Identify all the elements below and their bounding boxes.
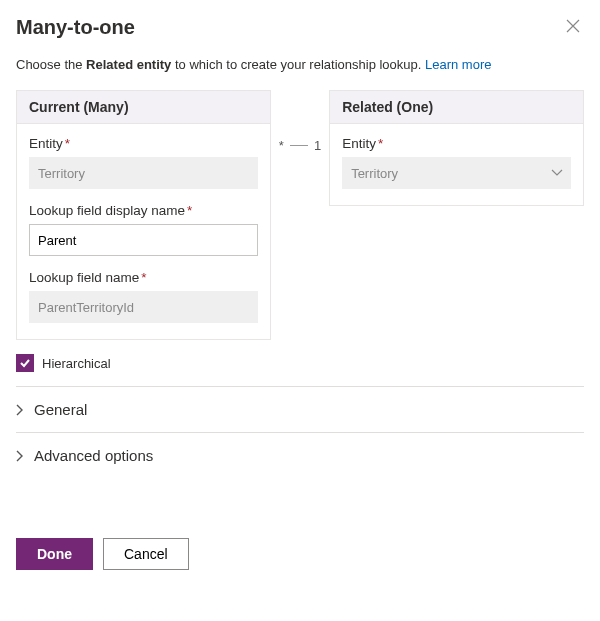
lookup-display-label: Lookup field display name* <box>29 203 258 218</box>
connector-line <box>290 145 308 146</box>
connector-many: * <box>279 138 284 153</box>
page-title: Many-to-one <box>16 16 135 39</box>
close-icon <box>566 19 580 33</box>
cancel-button[interactable]: Cancel <box>103 538 189 570</box>
chevron-right-icon <box>16 404 24 416</box>
related-entity-label: Entity* <box>342 136 571 151</box>
subtitle-bold: Related entity <box>86 57 171 72</box>
related-panel-title: Related (One) <box>330 91 583 124</box>
related-panel: Related (One) Entity* Territory <box>329 90 584 206</box>
related-entity-select[interactable]: Territory <box>342 157 571 189</box>
hierarchical-label: Hierarchical <box>42 356 111 371</box>
current-panel: Current (Many) Entity* Territory Lookup … <box>16 90 271 340</box>
relationship-connector: * 1 <box>271 138 329 153</box>
section-advanced[interactable]: Advanced options <box>16 432 584 478</box>
current-entity-label: Entity* <box>29 136 258 151</box>
current-entity-value: Territory <box>29 157 258 189</box>
chevron-right-icon <box>16 450 24 462</box>
learn-more-link[interactable]: Learn more <box>425 57 491 72</box>
lookup-display-input[interactable] <box>29 224 258 256</box>
section-advanced-label: Advanced options <box>34 447 153 464</box>
subtitle: Choose the Related entity to which to cr… <box>16 57 584 72</box>
section-general-label: General <box>34 401 87 418</box>
lookup-name-value: ParentTerritoryId <box>29 291 258 323</box>
current-panel-title: Current (Many) <box>17 91 270 124</box>
subtitle-prefix: Choose the <box>16 57 86 72</box>
check-icon <box>19 357 31 369</box>
close-button[interactable] <box>562 16 584 38</box>
section-general[interactable]: General <box>16 386 584 432</box>
lookup-name-label: Lookup field name* <box>29 270 258 285</box>
connector-one: 1 <box>314 138 321 153</box>
hierarchical-checkbox[interactable] <box>16 354 34 372</box>
related-entity-value: Territory <box>342 157 571 189</box>
done-button[interactable]: Done <box>16 538 93 570</box>
subtitle-suffix: to which to create your relationship loo… <box>171 57 425 72</box>
